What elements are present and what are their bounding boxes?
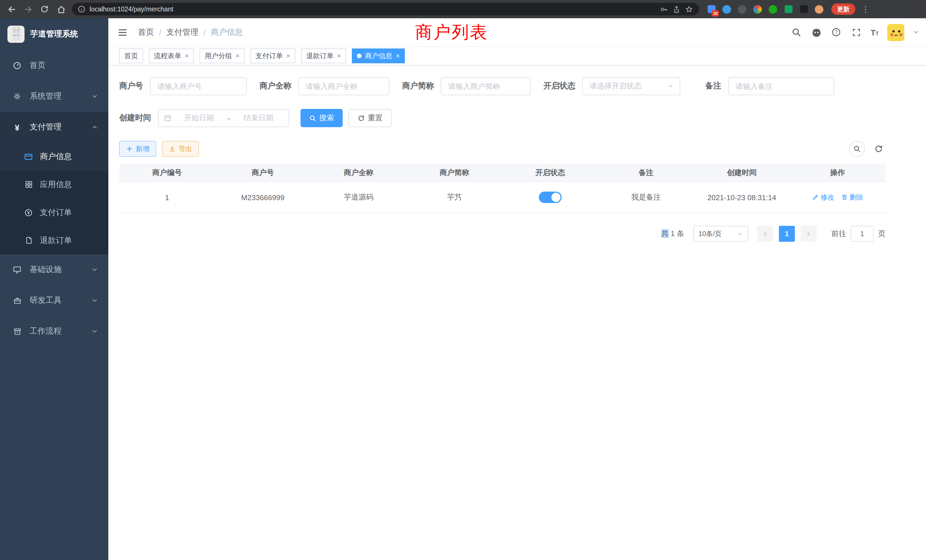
sidebar-item-refund[interactable]: 退款订单 [0,226,108,254]
url-text: localhost:1024/pay/merchant [89,6,173,12]
close-icon[interactable]: × [396,53,400,59]
merchant-no-input[interactable] [150,77,247,95]
remark-input[interactable] [728,77,834,95]
fullscreen-icon[interactable] [851,27,862,38]
page-number-button[interactable]: 1 [779,226,795,242]
column-header: 创建时间 [694,167,790,178]
dashboard-icon [12,61,22,70]
breadcrumb-home[interactable]: 首页 [138,27,154,37]
field-label: 商户简称 [402,81,441,91]
chevron-down-icon [91,328,98,335]
archive-icon [12,327,22,336]
next-page-button[interactable] [800,226,817,242]
url-bar[interactable]: localhost:1024/pay/merchant [72,3,699,15]
prev-page-button[interactable] [757,226,773,242]
date-range-picker[interactable]: 开始日期 - 结束日期 [158,109,289,127]
tab-merchant-info[interactable]: 商户信息 × [352,48,405,63]
status-select[interactable]: 请选择开启状态 [582,77,680,95]
extension-puzzle-icon[interactable] [799,4,808,14]
tab-home[interactable]: 首页 [119,48,143,63]
edit-link[interactable]: 修改 [812,192,834,202]
github-icon[interactable] [811,27,822,38]
pay-order-icon [24,208,33,217]
sidebar-item-label: 基础设施 [30,265,62,275]
tab-user-group[interactable]: 用户分组 × [200,48,245,63]
sidebar-item-label: 研发工具 [30,295,62,306]
content: 商户号 商户全称 商户简称 开启状态 请选择开启状态 [108,65,885,242]
end-date-placeholder: 结束日期 [233,113,283,123]
extension-doc-icon[interactable] [784,4,793,14]
table-toolbar: 新增 导出 [119,141,885,157]
extension-green-icon[interactable] [768,4,778,14]
select-placeholder: 请选择开启状态 [590,81,642,91]
logo-image [8,26,24,43]
pagination: 共 1 条 10条/页 1 前往 [119,226,885,242]
extension-gray-icon[interactable] [737,4,747,14]
sidebar-item-label: 退款订单 [40,235,72,245]
extension-badge: 10 [712,10,719,16]
close-icon[interactable]: × [337,53,341,59]
cell-actions: 修改 删除 [790,192,885,202]
tab-process-form[interactable]: 流程表单 × [149,48,194,63]
sidebar-item-pay[interactable]: ¥ 支付管理 [0,112,108,142]
app-logo[interactable]: 芋道管理系统 [0,18,108,50]
browser-update-button[interactable]: 更新 [831,3,855,15]
avatar-caret-icon[interactable] [913,29,919,35]
column-header: 商户简称 [407,167,502,178]
extension-blue-icon[interactable] [722,4,732,14]
screen: localhost:1024/pay/merchant 10 [0,0,926,560]
close-icon[interactable]: × [236,53,239,59]
column-header: 商户编号 [119,167,215,178]
sidebar-item-order[interactable]: 支付订单 [0,198,108,226]
share-icon[interactable] [672,5,681,14]
search-icon[interactable] [791,27,802,38]
goto-page-input[interactable] [851,226,873,242]
browser-reload-icon[interactable] [39,3,50,15]
full-name-input[interactable] [298,77,389,95]
browser-forward-icon[interactable] [22,3,34,15]
sidebar-item-dev[interactable]: 研发工具 [0,285,108,316]
browser-back-icon[interactable] [6,3,17,15]
page-info-icon[interactable] [77,5,86,13]
breadcrumb: 首页 / 支付管理 / 商户信息 [138,27,243,37]
password-key-icon[interactable] [660,5,668,14]
export-button[interactable]: 导出 [162,141,199,157]
field-label: 创建时间 [119,113,158,123]
sidebar-item-merchant[interactable]: 商户信息 [0,142,108,171]
sidebar-item-label: 系统管理 [30,91,62,101]
refresh-table-button[interactable] [872,142,885,156]
page-unit-label: 页 [878,229,885,239]
sidebar-item-workflow[interactable]: 工作流程 [0,316,108,347]
sidebar-item-system[interactable]: 系统管理 [0,81,108,112]
user-avatar[interactable] [887,24,904,41]
profile-avatar-icon[interactable] [814,4,824,14]
browser-menu-icon[interactable]: ⋮ [862,5,870,14]
tab-refund-order[interactable]: 退款订单 × [301,48,346,63]
close-icon[interactable]: × [185,53,189,59]
bookmark-star-icon[interactable] [685,5,693,14]
browser-toolbar: localhost:1024/pay/merchant 10 [0,0,926,18]
status-toggle[interactable] [539,192,561,203]
chevron-down-icon [737,231,743,237]
toggle-search-button[interactable] [849,141,865,157]
close-icon[interactable]: × [286,53,290,59]
help-icon[interactable]: ? [831,27,842,38]
sidebar-collapse-icon[interactable] [117,26,129,38]
add-button[interactable]: 新增 [119,141,156,157]
sidebar-item-home[interactable]: 首页 [0,50,108,81]
font-size-icon[interactable]: TT [871,28,879,36]
breadcrumb-pay[interactable]: 支付管理 [166,27,198,37]
tab-pay-order[interactable]: 支付订单 × [250,48,295,63]
sidebar-item-app[interactable]: 应用信息 [0,171,108,198]
extension-multicolor-icon[interactable] [753,4,763,14]
pinned-extension-icon[interactable]: 10 [707,4,716,14]
delete-link[interactable]: 删除 [841,192,863,202]
reset-button[interactable]: 重置 [348,109,392,127]
short-name-input[interactable] [441,77,531,95]
sidebar-item-infra[interactable]: 基础设施 [0,254,108,285]
browser-home-icon[interactable] [55,3,67,15]
column-header: 备注 [598,167,694,178]
search-button[interactable]: 搜索 [301,109,343,127]
page-size-select[interactable]: 10条/页 [693,226,748,242]
tab-label: 退款订单 [306,51,334,61]
